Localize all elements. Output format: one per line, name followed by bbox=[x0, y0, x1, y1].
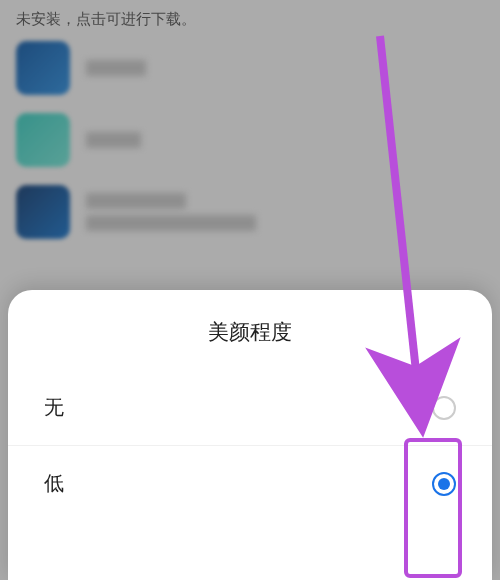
radio-unselected-icon[interactable] bbox=[432, 396, 456, 420]
sheet-title: 美颜程度 bbox=[8, 318, 492, 346]
option-label: 低 bbox=[44, 470, 64, 497]
option-label: 无 bbox=[44, 394, 64, 421]
option-none[interactable]: 无 bbox=[8, 370, 492, 446]
highlight-rectangle bbox=[404, 438, 462, 578]
